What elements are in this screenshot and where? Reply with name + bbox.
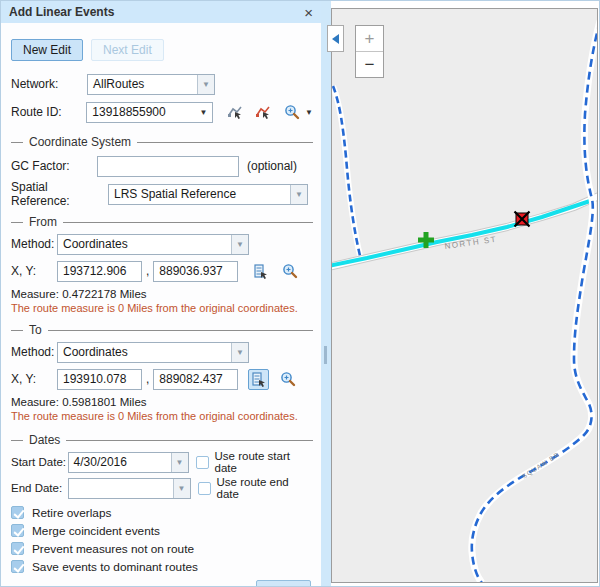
gc-factor-hint: (optional) <box>247 159 297 173</box>
to-warning-text: The route measure is 0 Miles from the or… <box>11 410 313 422</box>
chevron-left-icon <box>332 34 339 44</box>
xy-separator: , <box>146 372 149 386</box>
to-method-label: Method: <box>11 345 57 359</box>
to-y-input[interactable] <box>153 369 238 390</box>
spatial-reference-select[interactable]: LRS Spatial Reference ▼ <box>108 184 308 205</box>
chevron-down-icon[interactable]: ▼ <box>173 479 190 498</box>
pick-coordinates-icon[interactable] <box>250 261 271 282</box>
panel-splitter[interactable] <box>321 1 331 587</box>
map-graphics: NORTH ST SQUAW BR <box>332 9 597 582</box>
prevent-measures-label: Prevent measures not on route <box>32 542 194 556</box>
to-heading: To <box>11 323 313 337</box>
to-method-select[interactable]: Coordinates ▼ <box>57 342 249 363</box>
retire-overlaps-label: Retire overlaps <box>32 506 111 520</box>
to-x-input[interactable] <box>57 369 142 390</box>
network-label: Network: <box>11 77 87 91</box>
merge-coincident-label: Merge coincident events <box>32 524 160 538</box>
panel-title: Add Linear Events <box>9 5 114 19</box>
zoom-out-button[interactable]: − <box>356 52 383 78</box>
chevron-down-icon[interactable]: ▼ <box>197 75 214 94</box>
from-method-label: Method: <box>11 237 57 251</box>
route-id-value: 13918855900 <box>87 103 195 122</box>
route-id-combobox[interactable]: 13918855900 ▼ <box>86 102 213 123</box>
network-select[interactable]: AllRoutes ▼ <box>87 74 215 95</box>
chevron-down-icon[interactable]: ▼ <box>231 235 248 254</box>
next-button[interactable]: Next > <box>256 580 311 587</box>
option-retire-overlaps: Retire overlaps <box>11 505 313 520</box>
river-casing <box>472 21 597 582</box>
from-heading: From <box>11 215 313 229</box>
coordinate-system-heading: Coordinate System <box>11 135 313 149</box>
dates-heading: Dates <box>11 433 313 447</box>
collapse-panel-button[interactable] <box>327 25 344 52</box>
map-zoom-control: + − <box>355 25 384 78</box>
application-window: Add Linear Events × New Edit Next Edit N… <box>0 0 600 587</box>
use-route-start-date-checkbox[interactable] <box>196 456 209 469</box>
chevron-down-icon[interactable]: ▼ <box>171 453 188 472</box>
prevent-measures-checkbox[interactable] <box>11 542 24 555</box>
gc-factor-input[interactable] <box>97 156 239 177</box>
to-measure-text: Measure: 0.5981801 Miles <box>11 396 313 408</box>
spatial-reference-value: LRS Spatial Reference <box>109 185 290 204</box>
panel-titlebar: Add Linear Events × <box>1 1 321 23</box>
start-date-label: Start Date: <box>11 456 68 468</box>
use-route-end-date-label: Use route end date <box>217 476 313 500</box>
chevron-down-icon[interactable]: ▼ <box>231 343 248 362</box>
option-merge-coincident: Merge coincident events <box>11 523 313 538</box>
panel-body: New Edit Next Edit Network: AllRoutes ▼ … <box>1 23 321 587</box>
option-save-dominant: Save events to dominant routes <box>11 559 313 574</box>
use-route-start-date-label: Use route start date <box>215 450 313 474</box>
pick-coordinates-icon-active[interactable] <box>248 369 269 390</box>
stream-name-label: SQUAW BR <box>521 450 562 480</box>
from-method-select[interactable]: Coordinates ▼ <box>57 234 249 255</box>
route-id-label: Route ID: <box>11 105 86 119</box>
add-linear-events-panel: Add Linear Events × New Edit Next Edit N… <box>1 1 321 587</box>
start-date-select[interactable]: 4/30/2016 ▼ <box>68 452 189 473</box>
to-xy-label: X, Y: <box>11 372 57 386</box>
option-prevent-measures: Prevent measures not on route <box>11 541 313 556</box>
end-date-value <box>69 479 172 498</box>
retire-overlaps-checkbox[interactable] <box>11 506 24 519</box>
chevron-down-icon[interactable]: ▼ <box>195 103 212 122</box>
use-route-end-date-checkbox[interactable] <box>198 482 211 495</box>
spatial-reference-label: Spatial Reference: <box>11 180 108 208</box>
end-date-select[interactable]: ▼ <box>68 478 190 499</box>
start-date-value: 4/30/2016 <box>69 453 171 472</box>
next-edit-button[interactable]: Next Edit <box>91 39 164 61</box>
save-dominant-checkbox[interactable] <box>11 560 24 573</box>
zoom-to-point-icon[interactable] <box>278 369 298 389</box>
xy-separator: , <box>146 264 149 278</box>
select-route-red-icon[interactable] <box>253 102 274 123</box>
close-icon[interactable]: × <box>304 5 313 20</box>
new-edit-button[interactable]: New Edit <box>11 39 83 61</box>
from-measure-text: Measure: 0.4722178 Miles <box>11 288 313 300</box>
splitter-grip[interactable] <box>324 346 327 364</box>
gc-factor-label: GC Factor: <box>11 159 97 173</box>
save-dominant-label: Save events to dominant routes <box>32 560 198 574</box>
to-method-value: Coordinates <box>58 343 231 362</box>
map-canvas[interactable]: NORTH ST SQUAW BR + − <box>331 8 598 583</box>
from-y-input[interactable] <box>153 261 238 282</box>
end-date-label: End Date: <box>11 482 68 494</box>
from-x-input[interactable] <box>57 261 142 282</box>
chevron-down-icon[interactable]: ▼ <box>305 108 313 117</box>
merge-coincident-checkbox[interactable] <box>11 524 24 537</box>
zoom-in-button[interactable]: + <box>356 26 383 52</box>
from-warning-text: The route measure is 0 Miles from the or… <box>11 302 313 314</box>
from-method-value: Coordinates <box>58 235 231 254</box>
from-xy-label: X, Y: <box>11 264 57 278</box>
to-point-marker[interactable] <box>515 212 530 227</box>
zoom-to-route-icon[interactable] <box>282 102 302 122</box>
zoom-to-point-icon[interactable] <box>280 261 300 281</box>
options-list: Retire overlaps Merge coincident events … <box>11 505 313 574</box>
chevron-down-icon[interactable]: ▼ <box>290 185 307 204</box>
network-value: AllRoutes <box>88 75 197 94</box>
select-route-icon[interactable] <box>225 102 246 123</box>
